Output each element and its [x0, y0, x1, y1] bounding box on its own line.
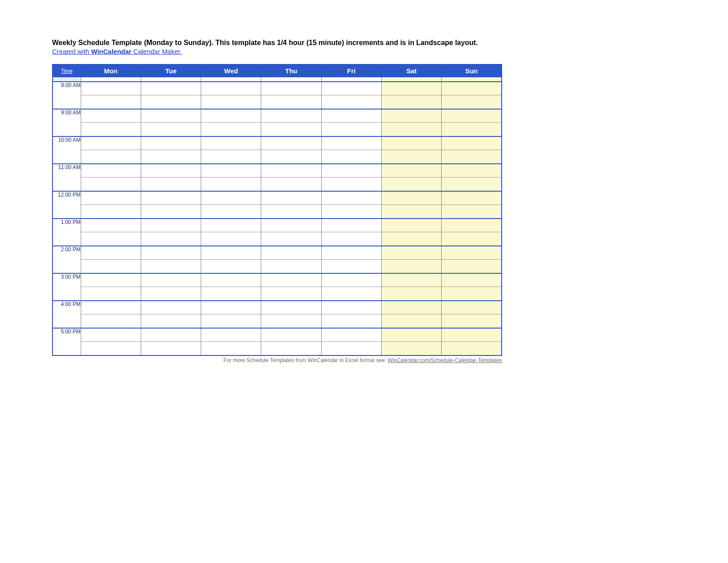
schedule-cell[interactable] — [141, 246, 201, 260]
schedule-cell[interactable] — [141, 232, 201, 246]
schedule-cell[interactable] — [321, 260, 381, 273]
schedule-cell[interactable] — [442, 314, 502, 328]
schedule-cell[interactable] — [381, 287, 441, 301]
schedule-cell[interactable] — [261, 77, 321, 82]
schedule-cell[interactable] — [81, 136, 141, 150]
schedule-cell[interactable] — [261, 232, 321, 246]
schedule-cell[interactable] — [261, 191, 321, 205]
schedule-cell[interactable] — [201, 232, 261, 246]
schedule-cell[interactable] — [261, 273, 321, 287]
schedule-cell[interactable] — [81, 150, 141, 164]
schedule-cell[interactable] — [442, 136, 502, 150]
schedule-cell[interactable] — [442, 109, 502, 123]
schedule-cell[interactable] — [442, 191, 502, 205]
schedule-cell[interactable] — [81, 77, 141, 82]
schedule-cell[interactable] — [81, 314, 141, 328]
schedule-cell[interactable] — [141, 191, 201, 205]
schedule-cell[interactable] — [261, 82, 321, 95]
schedule-cell[interactable] — [381, 150, 441, 164]
schedule-cell[interactable] — [261, 342, 321, 355]
schedule-cell[interactable] — [201, 287, 261, 301]
schedule-cell[interactable] — [442, 219, 502, 232]
schedule-cell[interactable] — [381, 301, 441, 314]
schedule-cell[interactable] — [381, 136, 441, 150]
schedule-cell[interactable] — [141, 301, 201, 314]
schedule-cell[interactable] — [81, 178, 141, 191]
schedule-cell[interactable] — [261, 95, 321, 109]
schedule-cell[interactable] — [201, 191, 261, 205]
schedule-cell[interactable] — [442, 232, 502, 246]
schedule-cell[interactable] — [81, 95, 141, 109]
schedule-cell[interactable] — [201, 164, 261, 178]
schedule-cell[interactable] — [321, 314, 381, 328]
schedule-cell[interactable] — [381, 205, 441, 219]
schedule-cell[interactable] — [442, 205, 502, 219]
schedule-cell[interactable] — [381, 77, 441, 82]
schedule-cell[interactable] — [201, 273, 261, 287]
schedule-cell[interactable] — [81, 273, 141, 287]
schedule-cell[interactable] — [381, 232, 441, 246]
schedule-cell[interactable] — [201, 328, 261, 342]
schedule-cell[interactable] — [321, 273, 381, 287]
schedule-cell[interactable] — [141, 109, 201, 123]
schedule-cell[interactable] — [321, 342, 381, 355]
schedule-cell[interactable] — [321, 164, 381, 178]
schedule-cell[interactable] — [261, 287, 321, 301]
schedule-cell[interactable] — [141, 123, 201, 136]
schedule-cell[interactable] — [201, 342, 261, 355]
schedule-cell[interactable] — [442, 287, 502, 301]
wincalendar-link[interactable]: Created with WinCalendar Calendar Maker. — [52, 48, 182, 55]
schedule-cell[interactable] — [381, 164, 441, 178]
schedule-cell[interactable] — [442, 77, 502, 82]
schedule-cell[interactable] — [81, 219, 141, 232]
schedule-cell[interactable] — [381, 191, 441, 205]
schedule-cell[interactable] — [442, 273, 502, 287]
schedule-cell[interactable] — [442, 301, 502, 314]
schedule-cell[interactable] — [261, 328, 321, 342]
schedule-cell[interactable] — [381, 109, 441, 123]
schedule-cell[interactable] — [81, 82, 141, 95]
schedule-cell[interactable] — [201, 205, 261, 219]
schedule-cell[interactable] — [81, 301, 141, 314]
schedule-cell[interactable] — [442, 328, 502, 342]
schedule-cell[interactable] — [321, 82, 381, 95]
schedule-cell[interactable] — [381, 260, 441, 273]
schedule-cell[interactable] — [381, 95, 441, 109]
schedule-cell[interactable] — [141, 164, 201, 178]
schedule-cell[interactable] — [261, 109, 321, 123]
schedule-cell[interactable] — [201, 136, 261, 150]
schedule-cell[interactable] — [141, 260, 201, 273]
schedule-cell[interactable] — [81, 232, 141, 246]
schedule-cell[interactable] — [381, 219, 441, 232]
schedule-cell[interactable] — [201, 260, 261, 273]
schedule-cell[interactable] — [321, 77, 381, 82]
schedule-cell[interactable] — [261, 219, 321, 232]
schedule-cell[interactable] — [321, 219, 381, 232]
schedule-cell[interactable] — [381, 123, 441, 136]
schedule-cell[interactable] — [81, 191, 141, 205]
schedule-cell[interactable] — [381, 314, 441, 328]
schedule-cell[interactable] — [442, 150, 502, 164]
schedule-cell[interactable] — [321, 191, 381, 205]
schedule-cell[interactable] — [141, 150, 201, 164]
schedule-cell[interactable] — [261, 301, 321, 314]
schedule-cell[interactable] — [442, 260, 502, 273]
schedule-cell[interactable] — [141, 287, 201, 301]
schedule-cell[interactable] — [201, 314, 261, 328]
footer-link[interactable]: WinCalendar.com/Schedule-Calendar-Templa… — [388, 357, 502, 363]
schedule-cell[interactable] — [321, 123, 381, 136]
schedule-cell[interactable] — [381, 82, 441, 95]
schedule-cell[interactable] — [81, 164, 141, 178]
schedule-cell[interactable] — [321, 328, 381, 342]
schedule-cell[interactable] — [321, 301, 381, 314]
schedule-cell[interactable] — [81, 123, 141, 136]
schedule-cell[interactable] — [201, 219, 261, 232]
schedule-cell[interactable] — [261, 260, 321, 273]
schedule-cell[interactable] — [321, 136, 381, 150]
schedule-cell[interactable] — [261, 205, 321, 219]
schedule-cell[interactable] — [442, 164, 502, 178]
schedule-cell[interactable] — [261, 136, 321, 150]
schedule-cell[interactable] — [381, 273, 441, 287]
schedule-cell[interactable] — [81, 287, 141, 301]
schedule-cell[interactable] — [321, 287, 381, 301]
